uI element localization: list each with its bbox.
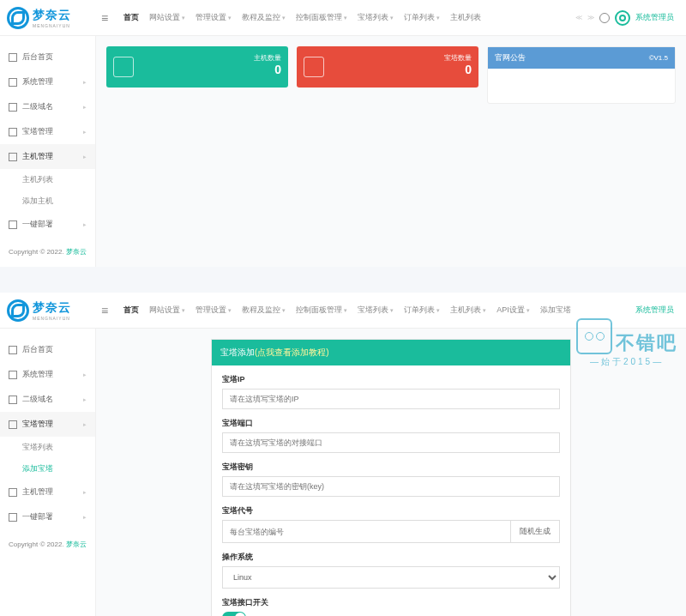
chevron-down-icon: ▾	[182, 15, 185, 21]
nav-next-icon[interactable]: ≫	[587, 14, 594, 21]
sidebar-sub-主机列表[interactable]: 主机列表	[0, 169, 95, 190]
menu-icon	[9, 513, 17, 522]
bt-icon	[304, 57, 324, 77]
bt-value: 0	[444, 63, 472, 76]
sidebar-label: 主机管理	[22, 486, 53, 498]
sidebar-item-系统管理[interactable]: 系统管理▸	[0, 69, 95, 94]
nav-教程及监控[interactable]: 教程及监控▾	[237, 305, 291, 316]
sidebar-item-主机管理[interactable]: 主机管理▸	[0, 480, 95, 504]
tutorial-link[interactable]: (点我查看添加教程)	[255, 347, 329, 357]
chevron-right-icon: ▸	[83, 514, 87, 521]
brand-sub: MENGNAIYUN	[33, 316, 71, 321]
nav-管理设置[interactable]: 管理设置▾	[190, 12, 237, 23]
sidebar-item-宝塔管理[interactable]: 宝塔管理▸	[0, 412, 95, 437]
menu-icon	[9, 220, 17, 229]
nav-管理设置[interactable]: 管理设置▾	[190, 305, 237, 316]
key-input[interactable]	[222, 476, 560, 497]
api-switch[interactable]	[222, 612, 246, 616]
chevron-right-icon: ▸	[83, 129, 87, 136]
chevron-down-icon: ▾	[228, 15, 232, 21]
sidebar-item-后台首页[interactable]: 后台首页	[0, 45, 95, 69]
host-value: 0	[254, 63, 281, 76]
port-input[interactable]	[222, 432, 560, 453]
menu-icon	[9, 371, 17, 379]
nav-教程及监控[interactable]: 教程及监控▾	[237, 12, 291, 23]
admin-link[interactable]: 系统管理员	[635, 12, 674, 23]
os-label: 操作系统	[222, 552, 560, 563]
chevron-down-icon: ▾	[344, 307, 347, 314]
host-count-card[interactable]: 主机数量 0	[106, 46, 288, 88]
nav-宝塔列表[interactable]: 宝塔列表▾	[352, 305, 399, 316]
host-label: 主机数量	[254, 53, 281, 63]
chevron-right-icon: ▸	[83, 104, 87, 111]
menu-icon	[9, 346, 17, 354]
menu-toggle-icon[interactable]: ≡	[96, 304, 113, 317]
os-select[interactable]: Linux	[222, 566, 560, 589]
sidebar-item-主机管理[interactable]: 主机管理▸	[0, 144, 95, 169]
globe-icon[interactable]	[599, 13, 610, 23]
logo-icon	[7, 7, 29, 29]
nav-宝塔列表[interactable]: 宝塔列表▾	[352, 12, 399, 23]
logo[interactable]: 梦奈云 MENGNAIYUN	[7, 7, 96, 29]
sidebar-item-一键部署[interactable]: 一键部署▸	[0, 212, 95, 237]
chevron-down-icon: ▾	[436, 15, 440, 21]
chevron-down-icon: ▾	[344, 15, 347, 21]
sidebar-item-宝塔管理[interactable]: 宝塔管理▸	[0, 119, 95, 144]
bt-count-card[interactable]: 宝塔数量 0	[297, 46, 478, 88]
port-label: 宝塔端口	[222, 418, 560, 429]
nav-订单列表[interactable]: 订单列表▾	[399, 305, 445, 316]
chevron-down-icon: ▾	[390, 15, 394, 21]
sidebar-item-后台首页[interactable]: 后台首页	[0, 337, 95, 362]
sidebar-item-二级域名[interactable]: 二级域名▸	[0, 94, 95, 119]
top-nav: 首页网站设置▾管理设置▾教程及监控▾控制面板管理▾宝塔列表▾订单列表▾主机列表	[118, 12, 575, 23]
nav-控制面板管理[interactable]: 控制面板管理▾	[291, 12, 352, 23]
chevron-right-icon: ▸	[83, 221, 87, 228]
copyright-link[interactable]: 梦奈云	[66, 248, 87, 256]
nav-主机列表[interactable]: 主机列表	[445, 12, 486, 23]
nav-API设置[interactable]: API设置▾	[491, 305, 535, 316]
menu-icon	[9, 78, 17, 87]
nav-网站设置[interactable]: 网站设置▾	[144, 12, 190, 23]
code-input[interactable]	[222, 520, 511, 543]
sidebar-item-二级域名[interactable]: 二级域名▸	[0, 387, 95, 412]
code-label: 宝塔代号	[222, 505, 560, 516]
sidebar-label: 一键部署	[22, 219, 53, 230]
sidebar-item-一键部署[interactable]: 一键部署▸	[0, 504, 95, 529]
logo[interactable]: 梦奈云 MENGNAIYUN	[7, 299, 96, 322]
nav-网站设置[interactable]: 网站设置▾	[144, 305, 190, 316]
header: 梦奈云 MENGNAIYUN ≡ 首页网站设置▾管理设置▾教程及监控▾控制面板管…	[0, 293, 686, 329]
brand-name: 梦奈云	[33, 300, 71, 316]
sidebar-sub-添加主机[interactable]: 添加主机	[0, 190, 95, 212]
chevron-down-icon: ▾	[228, 307, 232, 314]
copyright-link[interactable]: 梦奈云	[66, 541, 87, 548]
menu-icon	[9, 153, 17, 161]
chevron-down-icon: ▾	[390, 307, 394, 314]
sidebar-item-系统管理[interactable]: 系统管理▸	[0, 362, 95, 387]
nav-订单列表[interactable]: 订单列表▾	[399, 12, 445, 23]
ip-input[interactable]	[222, 389, 560, 409]
chevron-right-icon: ▸	[83, 421, 87, 428]
nav-首页[interactable]: 首页	[118, 305, 144, 316]
sidebar-label: 系统管理	[22, 369, 53, 380]
nav-prev-icon[interactable]: ≪	[575, 14, 582, 21]
nav-控制面板管理[interactable]: 控制面板管理▾	[291, 305, 352, 316]
random-gen-button[interactable]: 随机生成	[511, 520, 560, 543]
key-label: 宝塔密钥	[222, 462, 560, 473]
avatar[interactable]	[615, 10, 630, 26]
sidebar-label: 主机管理	[22, 151, 53, 162]
sidebar-sub-宝塔列表[interactable]: 宝塔列表	[0, 437, 95, 458]
app-add-bt: 不错吧 —始于2015— 梦奈云 MENGNAIYUN ≡ 首页网站设置▾管理设…	[0, 293, 686, 616]
menu-toggle-icon[interactable]: ≡	[96, 11, 113, 25]
nav-添加宝塔[interactable]: 添加宝塔	[535, 305, 576, 316]
chevron-down-icon: ▾	[483, 307, 486, 314]
chevron-right-icon: ▸	[83, 489, 87, 496]
chevron-right-icon: ▸	[83, 79, 87, 86]
form-title: 宝塔添加(点我查看添加教程)	[212, 340, 570, 365]
admin-link[interactable]: 系统管理员	[635, 305, 674, 316]
switch-label: 宝塔接口开关	[222, 597, 560, 608]
notice-card: 官网公告 ©V1.5	[487, 46, 676, 104]
sidebar-sub-添加宝塔[interactable]: 添加宝塔	[0, 458, 95, 480]
sidebar-label: 一键部署	[22, 511, 53, 522]
nav-首页[interactable]: 首页	[118, 12, 144, 23]
nav-主机列表[interactable]: 主机列表▾	[445, 305, 491, 316]
